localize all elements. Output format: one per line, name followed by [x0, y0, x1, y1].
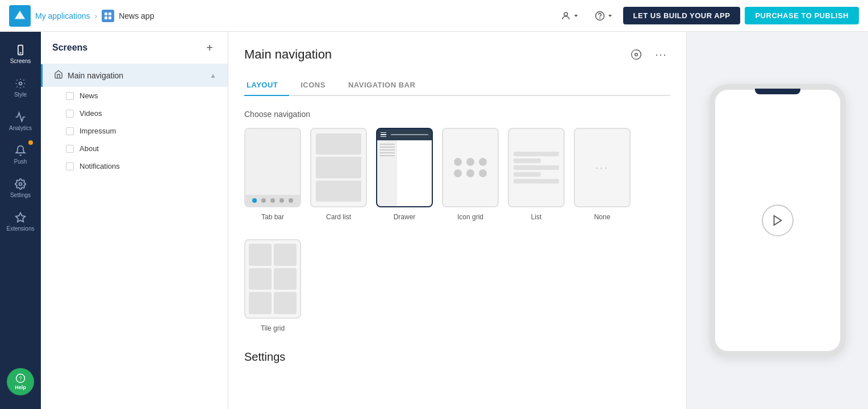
sub-screen-videos[interactable]: Videos [41, 105, 228, 122]
impressum-label: Impressum [80, 127, 116, 135]
sidebar-item-extensions[interactable]: Extensions [2, 206, 39, 237]
sidebar-screens-label: Screens [10, 58, 31, 64]
svg-rect-3 [108, 12, 111, 15]
play-button[interactable] [762, 204, 794, 236]
none-label: None [594, 213, 611, 221]
breadcrumb: My applications › News app [35, 10, 550, 22]
sub-screen-about[interactable]: About [41, 140, 228, 157]
screen-item-main-content: Main navigation [54, 70, 204, 81]
nav-option-icon-grid[interactable]: Icon grid [442, 128, 499, 221]
topbar-right: LET US BUILD YOUR APP PURCHASE TO PUBLIS… [555, 7, 859, 24]
sidebar-item-push[interactable]: Push [2, 139, 39, 170]
svg-text:?: ? [19, 375, 22, 381]
videos-label: Videos [80, 109, 102, 118]
sub-screen-news[interactable]: News [41, 87, 228, 105]
nav-option-drawer[interactable]: Drawer [376, 128, 433, 221]
notification-dot [28, 140, 33, 145]
screen-item-main-navigation[interactable]: Main navigation ▲ [41, 64, 228, 87]
none-preview: ··· [574, 128, 631, 207]
drawer-preview [376, 128, 433, 207]
list-line-5 [514, 179, 559, 183]
sidebar-item-style[interactable]: Style [2, 72, 39, 103]
sidebar-push-label: Push [14, 158, 27, 165]
help-button-circle[interactable]: ? Help [7, 368, 34, 395]
svg-marker-10 [608, 15, 612, 17]
main-layout: Screens Style Analytics Push Settings Ex… [0, 32, 868, 409]
sidebar-item-analytics[interactable]: Analytics [2, 106, 39, 137]
notifications-screen-icon [66, 162, 74, 170]
choose-nav-label: Choose navigation [244, 110, 670, 119]
phone-frame [710, 84, 846, 357]
help-section: ? Help [7, 368, 34, 402]
publish-button[interactable]: PURCHASE TO PUBLISH [745, 7, 859, 24]
screens-header: Screens + [41, 32, 228, 64]
tile-2 [274, 244, 297, 266]
color-wheel-button[interactable] [627, 45, 645, 64]
app-logo [9, 5, 31, 27]
nav-option-tab-bar[interactable]: Tab bar [244, 128, 301, 221]
svg-point-6 [564, 12, 567, 16]
svg-marker-0 [15, 10, 25, 19]
sidebar-settings-label: Settings [10, 192, 31, 198]
add-screen-button[interactable]: + [203, 41, 216, 55]
drawer-label: Drawer [394, 213, 416, 221]
content-area: Main navigation ··· LAYOUT ICONS NAVIGAT… [228, 32, 686, 409]
settings-heading: Settings [244, 350, 670, 364]
sidebar-extensions-label: Extensions [7, 226, 35, 232]
nav-option-list[interactable]: List [508, 128, 565, 221]
none-dots: ··· [595, 162, 609, 174]
svg-point-9 [599, 18, 600, 18]
nav-option-card-list[interactable]: Card list [310, 128, 367, 221]
drawer-line-4 [379, 152, 395, 153]
phone-notch [755, 89, 800, 94]
icon-sidebar: Screens Style Analytics Push Settings Ex… [0, 32, 41, 409]
drawer-body [377, 140, 432, 206]
breadcrumb-arrow: › [95, 11, 98, 20]
content-title-row: Main navigation ··· [244, 45, 670, 64]
tab-layout[interactable]: LAYOUT [244, 75, 289, 96]
more-options-button[interactable]: ··· [652, 45, 670, 64]
menu-line-3 [381, 136, 386, 137]
tabbar-dot-5 [289, 198, 293, 203]
nav-option-none[interactable]: ··· None [574, 128, 631, 221]
sub-screen-notifications[interactable]: Notifications [41, 157, 228, 175]
sub-screen-impressum[interactable]: Impressum [41, 122, 228, 140]
sidebar-item-settings[interactable]: Settings [2, 173, 39, 204]
svg-rect-2 [105, 12, 107, 15]
tab-icons[interactable]: ICONS [298, 75, 337, 96]
svg-point-13 [19, 82, 22, 85]
sidebar-item-screens[interactable]: Screens [2, 39, 39, 70]
sidebar-style-label: Style [14, 91, 27, 98]
nav-options-grid: Tab bar Card list [244, 128, 670, 221]
tabs: LAYOUT ICONS NAVIGATION BAR [244, 75, 670, 96]
tile-grid-preview [244, 239, 301, 319]
breadcrumb-current: News app [119, 11, 154, 20]
card-1 [316, 133, 361, 155]
screens-title: Screens [52, 43, 87, 53]
breadcrumb-root[interactable]: My applications [35, 11, 90, 20]
tile-3 [249, 268, 272, 290]
tile-1 [249, 244, 272, 266]
build-button[interactable]: LET US BUILD YOUR APP [623, 7, 741, 24]
svg-rect-5 [108, 16, 111, 19]
help-button[interactable] [589, 7, 619, 24]
drawer-line-2 [379, 147, 395, 148]
svg-rect-4 [105, 16, 107, 19]
user-button[interactable] [555, 7, 585, 24]
about-label: About [80, 144, 99, 153]
news-label: News [80, 91, 98, 100]
tabbar-dot-3 [270, 198, 275, 203]
tile-grid-label: Tile grid [261, 324, 285, 332]
drawer-title-bar [391, 134, 428, 135]
tab-bar-label: Tab bar [261, 213, 284, 221]
tab-navigation-bar[interactable]: NAVIGATION BAR [346, 75, 427, 96]
notifications-label: Notifications [80, 162, 120, 170]
extra-nav-options: Tile grid [244, 239, 670, 332]
icon-grid-row-2 [454, 169, 487, 177]
drawer-line-1 [379, 144, 395, 145]
drawer-sidebar [377, 140, 397, 206]
grid-dot-6 [479, 169, 487, 177]
tile-5 [249, 292, 272, 314]
list-line-1 [514, 152, 559, 156]
nav-option-tile-grid[interactable]: Tile grid [244, 239, 301, 332]
